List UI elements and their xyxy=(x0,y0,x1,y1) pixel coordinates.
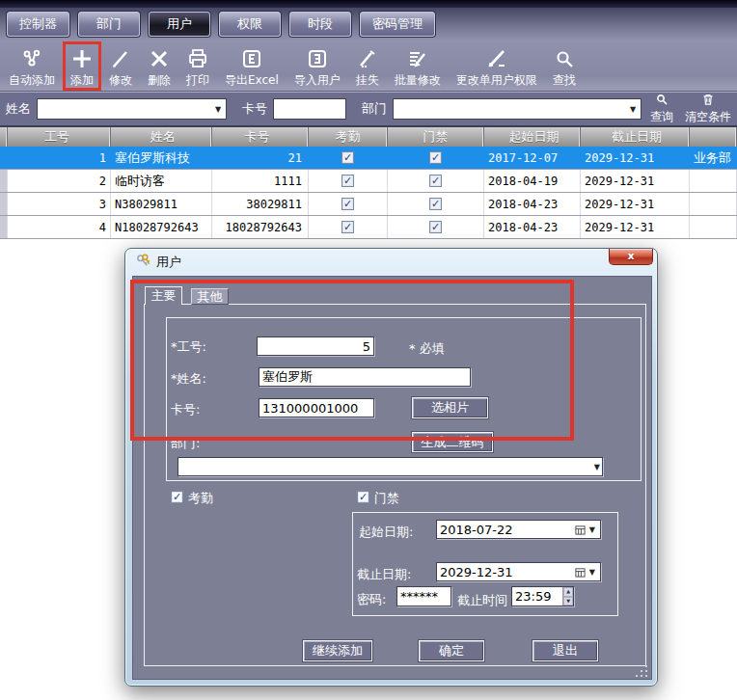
resize-grip[interactable] xyxy=(636,665,647,677)
access-checkbox[interactable] xyxy=(429,151,442,164)
dept-filter-combo[interactable]: ▼ xyxy=(393,98,641,120)
app-window: 控制器 部门 用户 权限 时段 密码管理 自动添加 添加 修改 xyxy=(0,0,737,700)
cell-start-date: 2017-12-07 xyxy=(484,147,581,169)
attendance-checkbox[interactable] xyxy=(171,491,183,503)
column-header-name[interactable]: 姓名 xyxy=(111,127,212,147)
delete-button[interactable]: 删除 xyxy=(143,43,176,91)
dept-label: 部门: xyxy=(171,435,200,452)
access-checkbox[interactable] xyxy=(429,198,442,210)
close-button[interactable]: x xyxy=(609,249,653,265)
column-header-start-date[interactable]: 起始日期 xyxy=(484,127,581,147)
batch-modify-button[interactable]: 批量修改 xyxy=(390,43,446,91)
add-button[interactable]: 添加 xyxy=(66,43,98,91)
dept-combo[interactable]: ▼ xyxy=(177,457,603,476)
export-excel-button[interactable]: 导出Excel xyxy=(220,43,284,91)
clear-conditions-button[interactable]: 清空条件 xyxy=(682,93,734,125)
table-row[interactable]: 1 塞伯罗斯科技 21 2017-12-07 2029-12-31 业务部 xyxy=(0,147,737,170)
auto-add-button[interactable]: 自动添加 xyxy=(4,43,60,91)
change-user-permission-button[interactable]: 更改单用户权限 xyxy=(451,43,542,91)
cell-dept: 业务部 xyxy=(690,147,737,169)
card-filter-input[interactable] xyxy=(274,99,349,119)
ok-button[interactable]: 确定 xyxy=(419,640,484,661)
chevron-down-icon[interactable]: ▼ xyxy=(210,105,226,114)
generate-qr-button[interactable]: 生成二维码 xyxy=(412,432,493,452)
print-icon xyxy=(186,45,209,71)
attendance-checkbox[interactable] xyxy=(341,221,354,233)
column-header-dept[interactable] xyxy=(690,127,737,147)
report-loss-icon xyxy=(356,45,379,71)
attendance-checkbox[interactable] xyxy=(341,151,354,164)
cell-access xyxy=(388,193,484,215)
cell-card: 1111 xyxy=(212,170,309,192)
cell-end-date: 2029-12-31 xyxy=(581,216,690,238)
name-input[interactable] xyxy=(259,370,470,385)
tab-password-mgmt[interactable]: 密码管理 xyxy=(360,12,435,37)
column-header-attendance[interactable]: 考勤 xyxy=(309,127,388,147)
table-row[interactable]: 4 N18028792643 18028792643 2018-04-23 20… xyxy=(0,216,737,239)
table-row[interactable]: 3 N38029811 38029811 2018-04-23 2029-12-… xyxy=(0,193,737,216)
trash-icon xyxy=(701,93,715,109)
access-checkbox[interactable] xyxy=(429,221,442,233)
query-button[interactable]: 查询 xyxy=(647,93,676,125)
card-input[interactable] xyxy=(259,401,373,416)
column-header-end-date[interactable]: 截止日期 xyxy=(581,127,690,147)
end-time-input[interactable] xyxy=(512,589,562,604)
chevron-down-icon[interactable]: ▼ xyxy=(625,105,641,114)
attendance-checkbox[interactable] xyxy=(341,198,354,210)
start-date-field[interactable]: ▼ xyxy=(436,520,601,539)
tab-controller[interactable]: 控制器 xyxy=(7,12,69,37)
row-selector[interactable] xyxy=(0,170,8,192)
tab-other[interactable]: 其他 xyxy=(191,288,229,305)
row-selector[interactable] xyxy=(0,147,8,169)
toolbar-label: 修改 xyxy=(109,72,132,89)
card-field xyxy=(259,398,374,417)
dropdown-arrow-icon[interactable]: ▼ xyxy=(587,568,597,577)
tab-timezones[interactable]: 时段 xyxy=(289,12,351,37)
tab-permissions[interactable]: 权限 xyxy=(219,12,281,37)
name-filter-input[interactable] xyxy=(38,99,210,119)
dropdown-arrow-icon[interactable]: ▼ xyxy=(587,525,597,534)
end-date-input[interactable] xyxy=(437,565,575,579)
cell-start-date: 2018-04-19 xyxy=(484,170,581,192)
spinner-up-button[interactable]: ▲ xyxy=(563,587,573,597)
import-user-button[interactable]: 导入用户 xyxy=(289,43,345,91)
tab-department[interactable]: 部门 xyxy=(78,12,140,37)
tab-main[interactable]: 主要 xyxy=(145,286,182,305)
chevron-down-icon[interactable]: ▼ xyxy=(592,463,602,471)
row-selector[interactable] xyxy=(0,216,8,238)
toolbar-label: 打印 xyxy=(186,72,209,89)
dialog-title-bar[interactable]: 用户 xyxy=(125,249,657,276)
access-checkbox[interactable] xyxy=(429,175,442,187)
dept-filter-input[interactable] xyxy=(394,99,625,119)
start-date-input[interactable] xyxy=(437,523,575,537)
continue-add-button[interactable]: 继续添加 xyxy=(303,640,372,661)
password-label: 密码: xyxy=(357,591,386,608)
spinner-down-button[interactable]: ▼ xyxy=(563,597,573,606)
column-header-access[interactable]: 门禁 xyxy=(388,127,484,147)
row-selector[interactable] xyxy=(0,193,8,215)
cell-attendance xyxy=(309,193,388,215)
cell-id: 2 xyxy=(8,170,111,192)
cell-start-date: 2018-04-23 xyxy=(484,193,581,215)
column-header-card[interactable]: 卡号 xyxy=(212,127,309,147)
dept-input[interactable] xyxy=(178,460,592,474)
report-loss-button[interactable]: 挂失 xyxy=(351,43,384,91)
attendance-checkbox[interactable] xyxy=(341,175,354,187)
modify-button[interactable]: 修改 xyxy=(104,43,137,91)
card-filter-field[interactable] xyxy=(273,98,346,120)
tab-users[interactable]: 用户 xyxy=(149,12,210,37)
cell-attendance xyxy=(309,216,388,238)
choose-photo-button[interactable]: 选相片 xyxy=(412,397,488,418)
find-button[interactable]: 查找 xyxy=(548,43,581,91)
exit-button[interactable]: 退出 xyxy=(532,640,598,661)
password-input[interactable] xyxy=(397,589,450,604)
name-filter-combo[interactable]: ▼ xyxy=(37,98,227,120)
cell-name: 临时访客 xyxy=(111,170,212,192)
end-date-field[interactable]: ▼ xyxy=(436,562,601,581)
emp-no-input[interactable] xyxy=(258,339,373,354)
table-row[interactable]: 2 临时访客 1111 2018-04-19 2029-12-31 xyxy=(0,170,737,193)
access-checkbox[interactable] xyxy=(357,491,369,503)
print-button[interactable]: 打印 xyxy=(181,43,214,91)
column-header-id[interactable]: 工号 xyxy=(8,127,111,147)
cell-dept xyxy=(690,193,737,215)
